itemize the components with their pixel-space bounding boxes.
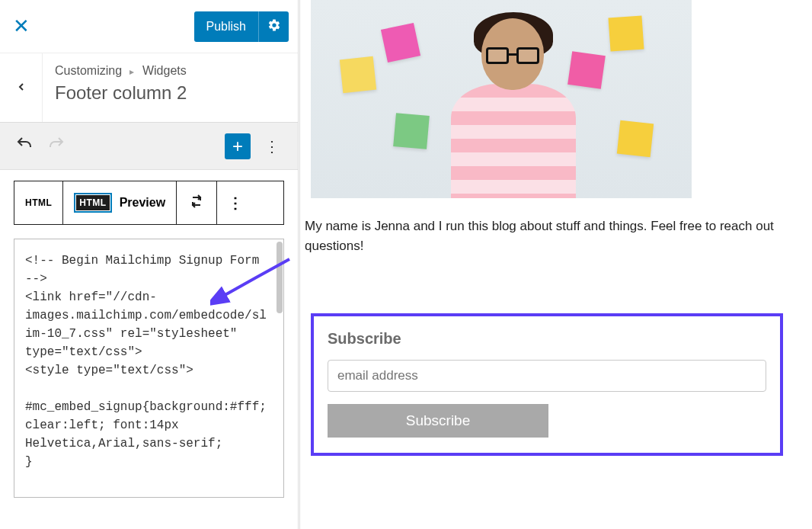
sticky-note-icon [393,113,430,149]
customizer-sidebar: ✕ Publish Customizing ▸ Widgets Footer c… [0,0,299,529]
gear-icon [267,18,281,34]
more-vertical-icon: ⋮ [264,137,280,155]
live-preview-pane: My name is Jenna and I run this blog abo… [299,0,812,529]
sticky-note-icon [381,23,420,63]
more-options-button[interactable]: ⋮ [261,133,283,159]
block-toolbar: HTML HTML Preview ⋮ [14,181,284,225]
sticky-note-icon [617,120,654,157]
publish-settings-button[interactable] [258,11,289,42]
undo-button[interactable] [15,135,34,157]
panel-title: Footer column 2 [55,82,286,104]
email-input[interactable] [328,360,766,392]
chevron-left-icon [15,78,27,98]
sticky-note-icon [609,16,644,52]
history-controls [15,135,66,157]
preview-label: Preview [120,196,165,210]
publish-button[interactable]: Publish [194,11,258,42]
loop-icon [187,192,206,214]
editor-toolbar: + ⋮ [0,123,298,170]
publish-group: Publish [194,11,289,42]
toolbar-right: + ⋮ [225,133,283,159]
transform-button[interactable] [177,181,217,224]
subscribe-widget-highlight: Subscribe Subscribe [311,313,783,456]
breadcrumb-row: Customizing ▸ Widgets Footer column 2 [0,53,298,123]
subscribe-button[interactable]: Subscribe [328,404,548,438]
breadcrumb: Customizing ▸ Widgets Footer column 2 [43,53,298,114]
add-block-button[interactable]: + [225,133,251,159]
scrollbar-thumb[interactable] [277,242,283,313]
plus-icon: + [232,136,243,157]
sticky-note-icon [340,56,376,93]
redo-button [47,135,66,157]
block-more-button[interactable]: ⋮ [217,181,254,224]
html-block-type-button[interactable]: HTML Preview [63,181,177,224]
close-button[interactable]: ✕ [0,0,43,53]
chevron-right-icon: ▸ [129,66,134,77]
person-illustration [440,15,585,198]
breadcrumb-root: Customizing [55,64,122,77]
back-button[interactable] [0,53,43,122]
subscribe-title: Subscribe [328,330,766,348]
html-block-icon: HTML [74,193,111,213]
breadcrumb-leaf: Widgets [142,64,187,77]
customizer-topbar: ✕ Publish [0,0,298,53]
author-photo [311,0,692,198]
author-bio: My name is Jenna and I run this blog abo… [300,216,812,255]
close-icon: ✕ [13,14,30,38]
more-vertical-icon: ⋮ [228,194,243,212]
html-mode-label[interactable]: HTML [14,181,63,224]
code-editor-area [14,239,284,501]
html-code-textarea[interactable] [14,239,284,498]
